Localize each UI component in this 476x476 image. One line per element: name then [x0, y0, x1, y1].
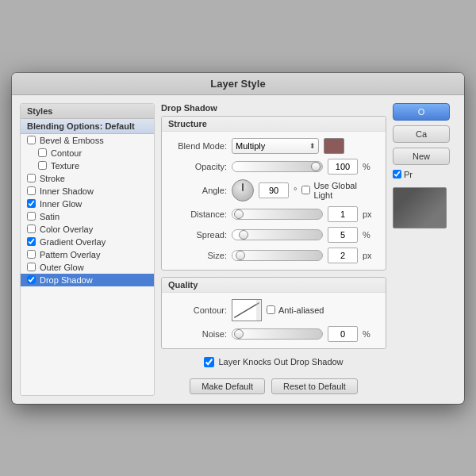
angle-unit: °	[294, 186, 297, 195]
distance-row: Distance: px	[170, 206, 378, 222]
distance-slider[interactable]	[232, 209, 323, 220]
style-item-satin[interactable]: Satin	[21, 210, 154, 223]
style-item-stroke[interactable]: Stroke	[21, 172, 154, 185]
style-item-pattern-overlay[interactable]: Pattern Overlay	[21, 248, 154, 261]
distance-input[interactable]	[328, 206, 358, 222]
bevel-label: Bevel & Emboss	[40, 136, 104, 145]
blending-options-item[interactable]: Blending Options: Default	[21, 119, 154, 134]
noise-unit: %	[363, 329, 370, 339]
styles-header: Styles	[21, 104, 154, 119]
opacity-row: Opacity: %	[170, 159, 378, 175]
action-panel: O Ca New Pr	[393, 103, 456, 396]
distance-label: Distance:	[170, 209, 227, 219]
inner-shadow-label: Inner Shadow	[40, 186, 94, 196]
angle-label: Angle:	[170, 186, 227, 195]
inner-glow-checkbox[interactable]	[27, 199, 36, 208]
blend-mode-label: Blend Mode:	[170, 141, 227, 151]
noise-row: Noise: %	[170, 326, 378, 342]
outer-glow-checkbox[interactable]	[27, 263, 36, 271]
anti-alias-checkbox[interactable]	[267, 305, 275, 314]
bevel-checkbox[interactable]	[27, 136, 36, 144]
style-item-outer-glow[interactable]: Outer Glow	[21, 261, 154, 274]
noise-thumb[interactable]	[234, 329, 244, 339]
opacity-input[interactable]	[328, 159, 358, 175]
layer-knocks-checkbox[interactable]	[204, 357, 214, 367]
opacity-unit: %	[363, 162, 370, 171]
layer-style-dialog: Layer Style Styles Blending Options: Def…	[12, 73, 464, 404]
size-row: Size: px	[170, 248, 378, 263]
satin-checkbox[interactable]	[27, 212, 36, 221]
color-overlay-checkbox[interactable]	[27, 225, 36, 233]
style-item-color-overlay[interactable]: Color Overlay	[21, 223, 154, 236]
quality-section: Quality Contour:	[161, 277, 386, 349]
spread-unit: %	[363, 230, 370, 240]
style-item-bevel[interactable]: Bevel & Emboss	[21, 134, 154, 147]
noise-slider[interactable]	[232, 328, 323, 340]
style-item-contour[interactable]: Contour	[21, 147, 154, 159]
opacity-slider[interactable]	[232, 161, 323, 172]
style-item-inner-shadow[interactable]: Inner Shadow	[21, 185, 154, 198]
drop-shadow-heading: Drop Shadow	[161, 103, 386, 113]
layer-knocks-label: Layer Knocks Out Drop Shadow	[218, 357, 343, 367]
gradient-overlay-checkbox[interactable]	[27, 237, 36, 246]
size-label: Size:	[170, 251, 227, 260]
opacity-label: Opacity:	[170, 162, 227, 171]
anti-alias-label[interactable]: Anti-aliased	[267, 305, 324, 315]
blend-mode-row: Blend Mode: Multiply Normal Screen Overl…	[170, 138, 378, 154]
quality-title: Quality	[162, 278, 386, 293]
pattern-overlay-checkbox[interactable]	[27, 250, 36, 259]
distance-unit: px	[363, 209, 372, 219]
preview-checkbox[interactable]	[393, 170, 401, 178]
new-button[interactable]: New	[393, 148, 450, 165]
size-thumb[interactable]	[236, 251, 245, 260]
noise-input[interactable]	[328, 326, 358, 342]
styles-panel: Styles Blending Options: Default Bevel &…	[20, 103, 155, 396]
pattern-overlay-label: Pattern Overlay	[40, 250, 100, 259]
size-input[interactable]	[328, 248, 358, 263]
global-light-checkbox[interactable]	[301, 186, 310, 194]
satin-label: Satin	[40, 212, 60, 221]
spread-thumb[interactable]	[239, 230, 248, 240]
ok-button[interactable]: O	[393, 103, 450, 121]
inner-shadow-checkbox[interactable]	[27, 186, 36, 195]
blend-mode-select[interactable]: Multiply Normal Screen Overlay	[232, 138, 319, 154]
main-content: Drop Shadow Structure Blend Mode: Multip…	[161, 103, 386, 396]
style-item-texture[interactable]: Texture	[21, 159, 154, 172]
preview-row: Pr	[393, 170, 456, 179]
anti-alias-text: Anti-aliased	[278, 305, 324, 315]
cancel-button[interactable]: Ca	[393, 125, 450, 143]
reset-default-button[interactable]: Reset to Default	[271, 378, 358, 394]
spread-slider[interactable]	[232, 229, 323, 240]
style-item-inner-glow[interactable]: Inner Glow	[21, 198, 154, 210]
make-default-button[interactable]: Make Default	[190, 378, 265, 394]
inner-glow-label: Inner Glow	[40, 199, 82, 209]
drop-shadow-checkbox[interactable]	[27, 275, 36, 284]
dialog-title: Layer Style	[12, 73, 464, 95]
structure-title: Structure	[162, 117, 386, 132]
spread-input[interactable]	[328, 227, 358, 243]
angle-row: Angle: ° Use Global Light	[170, 179, 378, 202]
blend-color-swatch[interactable]	[324, 138, 344, 154]
size-unit: px	[363, 251, 372, 260]
style-item-drop-shadow[interactable]: Drop Shadow	[21, 274, 154, 286]
opacity-thumb[interactable]	[311, 162, 321, 171]
structure-section: Structure Blend Mode: Multiply Normal Sc…	[161, 116, 386, 271]
contour-checkbox[interactable]	[38, 148, 47, 157]
bottom-buttons: Make Default Reset to Default	[161, 375, 386, 396]
contour-label: Contour	[51, 148, 82, 158]
preview-thumbnail	[393, 187, 447, 228]
noise-label: Noise:	[170, 329, 227, 339]
angle-input[interactable]	[259, 182, 289, 198]
contour-row: Contour: Anti-aliased	[170, 299, 378, 321]
size-slider[interactable]	[232, 250, 323, 261]
global-light-label[interactable]: Use Global Light	[301, 181, 378, 200]
style-item-gradient-overlay[interactable]: Gradient Overlay	[21, 236, 154, 248]
outer-glow-label: Outer Glow	[40, 263, 84, 272]
stroke-checkbox[interactable]	[27, 174, 36, 182]
blend-mode-wrapper[interactable]: Multiply Normal Screen Overlay	[232, 138, 319, 154]
contour-label: Contour:	[170, 305, 227, 315]
contour-preview[interactable]	[232, 299, 262, 321]
distance-thumb[interactable]	[234, 209, 244, 219]
texture-checkbox[interactable]	[38, 161, 47, 170]
angle-knob[interactable]	[232, 179, 254, 202]
